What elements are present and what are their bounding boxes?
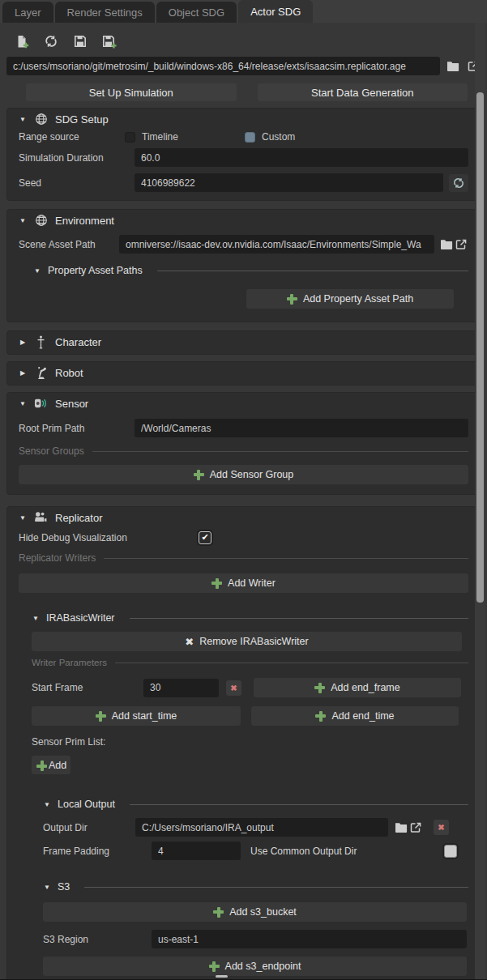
s3-title: S3 [58,881,70,893]
divider [92,451,468,452]
section-sdg-setup: ▼ SDG Setup Range source Timeline Custom [6,108,481,201]
collapse-arrow-icon[interactable]: ▼ [19,116,27,123]
sensor-prim-list-row: Sensor Prim List: [32,736,468,748]
collapse-arrow-icon[interactable]: ▶ [19,369,27,377]
plus-icon [287,294,297,305]
collapse-arrow-icon[interactable]: ▼ [19,400,27,407]
remove-ira-basic-writer-button[interactable]: ✖ Remove IRABasicWriter [32,632,462,651]
tab-render-settings[interactable]: Render Settings [55,2,155,23]
output-dir-label: Output Dir [43,822,135,833]
add-s3-endpoint-button[interactable]: Add s3_endpoint [43,957,467,976]
remove-ira-basic-writer-label: Remove IRABasicWriter [199,636,309,647]
plus-icon [315,711,326,722]
remove-start-frame-button[interactable]: ✖ [226,680,241,696]
collapse-arrow-icon[interactable]: ▼ [43,884,51,891]
custom-radio[interactable] [245,132,255,143]
collapse-arrow-icon[interactable]: ▼ [32,615,40,622]
tab-object-sdg-label: Object SDG [169,6,224,19]
sdg-setup-title: SDG Setup [55,113,109,126]
character-title: Character [55,336,101,348]
collapse-arrow-icon[interactable]: ▶ [19,339,27,346]
folder-icon[interactable] [394,820,408,835]
collapse-arrow-icon[interactable]: ▼ [19,217,27,224]
plus-icon [314,683,325,693]
s3-region-input[interactable] [152,930,467,948]
setup-simulation-label: Set Up Simulation [89,87,173,99]
seed-refresh-button[interactable] [449,174,468,192]
reload-icon[interactable] [41,32,62,50]
seed-row: Seed [19,173,468,192]
use-common-output-dir-checkbox[interactable] [444,845,457,858]
add-writer-button[interactable]: Add Writer [19,573,468,593]
plus-icon [211,578,222,589]
start-data-generation-button[interactable]: Start Data Generation [258,83,468,101]
writer-parameters-group: Writer Parameters [32,658,468,667]
collapse-arrow-icon[interactable]: ▼ [19,514,27,522]
save-icon[interactable] [70,32,91,50]
hide-debug-label: Hide Debug Visualization [19,532,199,543]
add-sensor-prim-button[interactable]: Add [32,756,70,774]
timeline-radio[interactable] [125,132,135,143]
folder-icon[interactable] [446,59,460,74]
tab-actor-sdg[interactable]: Actor SDG [238,0,313,23]
time-buttons-row: Add start_time Add end_time [32,706,468,726]
scene-asset-path-input[interactable] [119,235,434,254]
add-sensor-prim-label: Add [49,760,66,771]
replicator-header[interactable]: ▼ Replicator [19,509,468,526]
ira-basic-writer-header[interactable]: ▼ IRABasicWriter [32,612,468,624]
s3-header[interactable]: ▼ S3 [43,881,468,893]
custom-label: Custom [262,131,295,143]
ira-basic-writer-title: IRABasicWriter [46,612,115,624]
new-file-icon[interactable] [11,32,32,50]
add-end-time-label: Add end_time [331,710,394,722]
character-icon [34,335,48,349]
sensor-groups-group: Sensor Groups [19,445,468,457]
tab-object-sdg[interactable]: Object SDG [156,2,237,23]
environment-header[interactable]: ▼ Environment [19,211,468,229]
sensor-icon [34,397,48,410]
robot-header[interactable]: ▶ Robot [19,364,468,381]
root-prim-path-input[interactable] [135,419,468,437]
add-property-asset-path-button[interactable]: Add Property Asset Path [246,289,454,309]
actor-sdg-panel: Layer Render Settings Object SDG Actor S… [0,0,487,980]
scrollbar-thumb[interactable] [476,92,484,603]
output-dir-input[interactable] [135,818,388,837]
config-path-input[interactable] [6,57,440,75]
sensor-prim-list-label: Sensor Prim List: [32,736,105,748]
property-asset-paths-header[interactable]: ▼ Property Asset Paths [19,265,468,276]
remove-output-dir-button[interactable]: ✖ [434,820,449,835]
sensor-header[interactable]: ▼ Sensor [19,394,468,412]
sensor-title: Sensor [55,398,88,410]
sdg-setup-header[interactable]: ▼ SDG Setup [19,110,468,128]
setup-simulation-button[interactable]: Set Up Simulation [26,83,237,101]
start-frame-input[interactable] [143,679,219,697]
plus-icon [36,761,45,769]
add-end-frame-button[interactable]: Add end_frame [254,678,461,697]
add-sensor-group-button[interactable]: Add Sensor Group [19,465,468,484]
range-source-timeline-option[interactable]: Timeline [125,131,245,143]
tab-bar: Layer Render Settings Object SDG Actor S… [0,0,487,23]
frame-padding-row: Frame Padding Use Common Output Dir [43,842,468,860]
section-sensor: ▼ Sensor Root Prim Path Sensor Groups Ad… [6,392,481,495]
character-header[interactable]: ▶ Character [19,333,468,351]
start-frame-label: Start Frame [32,682,143,693]
save-as-icon[interactable] [99,32,120,50]
timeline-label: Timeline [142,131,178,143]
open-external-icon[interactable] [454,237,468,252]
folder-icon[interactable] [439,237,454,252]
collapse-arrow-icon[interactable]: ▼ [33,267,41,275]
add-start-time-button[interactable]: Add start_time [32,706,241,726]
simulation-duration-input[interactable] [135,148,468,167]
seed-input[interactable] [135,173,443,192]
hide-debug-checkbox[interactable]: ✔ [199,531,211,544]
frame-padding-input[interactable] [152,842,241,860]
add-end-time-button[interactable]: Add end_time [251,706,459,726]
local-output-header[interactable]: ▼ Local Output [43,799,468,810]
add-s3-bucket-button[interactable]: Add s3_bucket [43,902,467,922]
open-external-icon[interactable] [408,820,423,835]
range-source-custom-option[interactable]: Custom [245,131,365,143]
collapse-arrow-icon[interactable]: ▼ [43,801,51,808]
tab-layer[interactable]: Layer [2,2,53,23]
panel-resize-handle[interactable] [216,975,228,978]
section-replicator: ▼ Replicator Hide Debug Visualization ✔ … [6,506,481,980]
